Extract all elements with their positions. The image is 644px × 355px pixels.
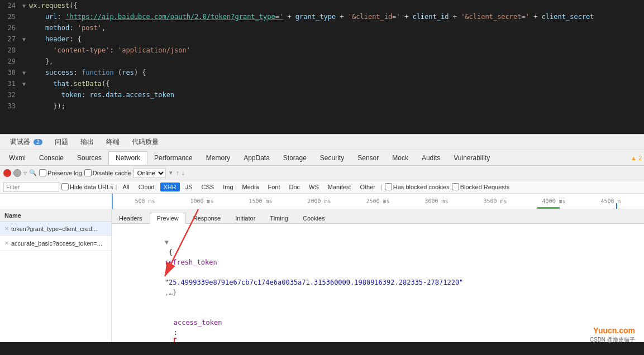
throttle-select[interactable]: Online [133,168,166,178]
code-editor: 24 ▼ wx.request({ 25 url: 'https://aip.b… [0,0,644,134]
detail-tab-headers[interactable]: Headers [112,213,150,223]
filter-media[interactable]: Media [239,183,263,191]
record-button[interactable] [3,169,11,177]
timeline-500ms: 500 ms [135,198,155,204]
tab-console[interactable]: Console [32,152,70,164]
timeline-4500ms: 4500 n [600,198,621,204]
preserve-log-checkbox[interactable] [39,169,46,176]
filter-doc[interactable]: Doc [286,183,304,191]
detail-tabbar: Headers Preview Response Initiator Timin… [112,209,644,224]
filter-icon[interactable]: ▿ [23,169,27,177]
timeline-2500ms: 2500 ms [366,198,389,204]
warn-badge: ▲ 2 [631,155,642,161]
tab-code-quality[interactable]: 代码质量 [126,135,164,149]
detail-content: ▼ { refresh_token : "25.4999339e8791e67c… [112,224,644,342]
waterfall-row-1 [0,251,111,265]
code-line-31: 31 ▼ that.setData({ [0,78,644,89]
code-line-28: 28 'content-type': 'application/json' [0,45,644,56]
code-line-33: 33 }); [0,100,644,112]
filter-cloud[interactable]: Cloud [135,183,158,191]
tab-issues[interactable]: 问题 [49,135,74,149]
disable-cache-label[interactable]: Disable cache [84,169,131,176]
filter-other[interactable]: Other [356,183,379,191]
filter-input[interactable] [3,182,59,192]
network-toolbar: ▿ 🔍 Preserve log Disable cache Online ▼ … [0,166,644,180]
timeline-1000ms: 1000 ms [190,198,213,204]
download-icon[interactable]: ↓ [182,169,185,177]
filter-ws[interactable]: WS [306,183,322,191]
tab-mock[interactable]: Mock [385,152,415,164]
preserve-log-label[interactable]: Preserve log [39,169,82,176]
blocked-requests-checkbox[interactable] [452,183,459,190]
filter-all[interactable]: All [120,183,133,191]
blocked-cookies-checkbox[interactable] [385,183,392,190]
throttle-arrow: ▼ [168,170,174,176]
detail-tab-preview[interactable]: Preview [150,213,186,224]
timeline-2000ms: 2000 ms [307,198,331,204]
upload-icon[interactable]: ↑ [176,169,179,177]
timeline-1500ms: 1500 ms [249,198,272,204]
request-list-header: Name [0,209,111,222]
close-icon-1[interactable]: ✕ [4,226,9,232]
tab-network[interactable]: Network [108,151,147,165]
hide-data-urls-checkbox[interactable] [61,183,69,190]
watermark-author: CSDN @撸皮猫子 [590,336,635,344]
tab-storage[interactable]: Storage [276,152,313,164]
detail-tab-cookies[interactable]: Cookies [295,213,332,223]
search-icon[interactable]: 🔍 [29,169,37,176]
timeline-blue-marker [616,203,617,209]
timeline-4000ms: 4000 ms [542,198,565,204]
watermark-brand: Yuucn.com [593,326,635,335]
devtools-top-tabbar: 调试器 2 问题 输出 终端 代码质量 [0,135,644,150]
request-list: Name ✕ token?grant_type=client_cred... ✕… [0,209,112,342]
json-line-1: ▼ { refresh_token : "25.4999339e8791e67c… [116,227,640,308]
code-line-32: 32 token: res.data.access_token [0,89,644,100]
tab-debugger[interactable]: 调试器 2 [4,135,48,149]
timeline-green-marker [537,207,560,209]
tab-terminal[interactable]: 终端 [101,135,125,149]
devtools-panel: 调试器 2 问题 输出 终端 代码质量 Wxml Console Sources… [0,134,644,342]
detail-tab-timing[interactable]: Timing [263,213,295,223]
timeline-request-1-bar [112,194,113,209]
tab-output[interactable]: 输出 [75,135,99,149]
filter-manifest[interactable]: Manifest [325,183,355,191]
close-icon-2[interactable]: ✕ [4,240,9,246]
filter-css[interactable]: CSS [198,183,218,191]
code-line-30: 30 ▼ success: function (res) { [0,67,644,78]
filter-font[interactable]: Font [265,183,284,191]
code-line-27: 27 ▼ header: { [0,33,644,45]
devtools-main-tabbar: Wxml Console Sources Network Performance… [0,150,644,166]
timeline-3500ms: 3500 ms [483,198,507,204]
filter-bar: Hide data URLs | All Cloud XHR JS CSS Im… [0,180,644,194]
tab-sensor[interactable]: Sensor [351,152,385,164]
code-line-29: 29 }, [0,56,644,67]
tab-performance[interactable]: Performance [147,152,199,164]
filter-xhr[interactable]: XHR [160,183,180,191]
tab-appdata[interactable]: AppData [237,152,276,164]
blocked-requests-label[interactable]: Blocked Requests [452,183,510,190]
tab-wxml[interactable]: Wxml [2,152,32,164]
tab-vulnerability[interactable]: Vulnerability [447,152,497,164]
code-line-26: 26 method: 'post', [0,22,644,33]
request-item-1[interactable]: ✕ token?grant_type=client_cred... [0,222,111,236]
code-line-24: 24 ▼ wx.request({ [0,0,644,11]
tab-audits[interactable]: Audits [415,152,447,164]
detail-tab-initiator[interactable]: Initiator [228,213,263,223]
code-line-25: 25 url: 'https://aip.baidubce.com/oauth/… [0,11,644,22]
json-line-2: access_token : "062fe075a27fd17afbd6e75.… [116,308,640,342]
hide-data-urls-label[interactable]: Hide data URLs [61,183,113,190]
blocked-cookies-label[interactable]: Has blocked cookies [385,183,450,190]
detail-panel: Headers Preview Response Initiator Timin… [112,209,644,342]
tab-sources[interactable]: Sources [70,152,108,164]
tab-security[interactable]: Security [313,152,351,164]
timeline-3000ms: 3000 ms [424,198,448,204]
filter-img[interactable]: Img [220,183,236,191]
disable-cache-checkbox[interactable] [84,169,92,176]
main-content: Name ✕ token?grant_type=client_cred... ✕… [0,209,644,342]
request-item-2[interactable]: ✕ accurate_basic?access_token=... [0,236,111,251]
filter-js[interactable]: JS [182,183,196,191]
stop-button[interactable] [13,169,21,177]
app-container: 24 ▼ wx.request({ 25 url: 'https://aip.b… [0,0,644,355]
tab-memory[interactable]: Memory [199,152,237,164]
detail-tab-response[interactable]: Response [186,213,228,223]
